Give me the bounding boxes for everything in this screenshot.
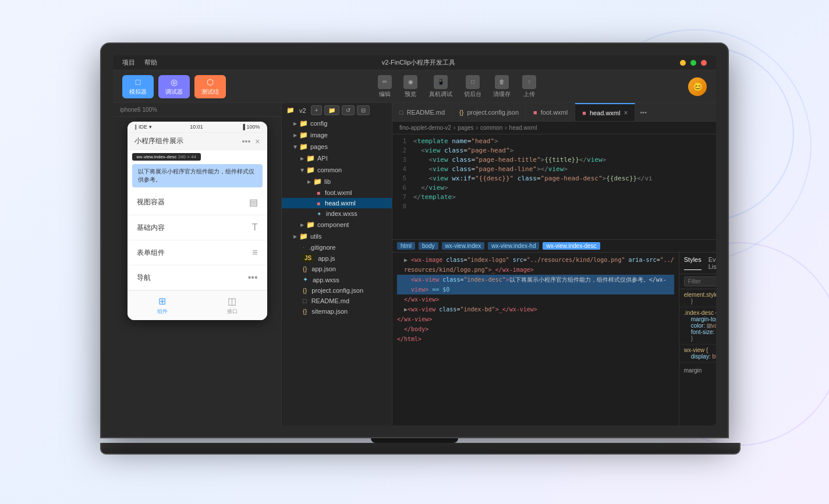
- tab-readme[interactable]: □ README.md: [392, 103, 452, 122]
- file-item-sitemap[interactable]: {} sitemap.json: [282, 306, 392, 317]
- tab-foot-wxml[interactable]: ■ foot.wxml: [526, 103, 575, 122]
- file-item-api[interactable]: ▶ 📁 API: [282, 152, 392, 164]
- upload-tool[interactable]: ↑ 上传: [522, 75, 536, 98]
- item-icon-1: ▤: [249, 197, 258, 208]
- tab-wxml-icon-head: ■: [582, 109, 586, 116]
- file-name-api: API: [317, 155, 328, 162]
- html-line-4: view> == $0: [397, 285, 674, 294]
- new-folder-btn[interactable]: 📁: [324, 105, 339, 115]
- file-item-common[interactable]: ▶ 📁 common: [282, 164, 392, 176]
- item-label-1: 视图容器: [137, 197, 165, 207]
- collapse-btn[interactable]: ⊟: [357, 105, 370, 115]
- file-item-readme[interactable]: □ README.md: [282, 296, 392, 306]
- tab-readme-label: README.md: [407, 109, 445, 116]
- chevron-pages: ▶: [293, 145, 298, 148]
- phone-close-icon[interactable]: ×: [255, 137, 260, 146]
- phone-list-item-1[interactable]: 视图容器 ▤: [127, 190, 267, 215]
- item-icon-3: ≡: [252, 247, 257, 258]
- styles-filter-input[interactable]: [684, 276, 716, 286]
- css-rule-close-desc: }: [684, 335, 716, 342]
- phone-list-item-2[interactable]: 基础内容 T: [127, 215, 267, 240]
- phone-list-item-4[interactable]: 导航 •••: [127, 265, 267, 290]
- file-item-config[interactable]: ▶ 📁 config: [282, 118, 392, 129]
- line-num-3: 3: [392, 156, 413, 164]
- tab-project-config[interactable]: {} project.config.json: [452, 103, 526, 122]
- line-num-7: 7: [392, 193, 413, 201]
- file-name-config: config: [310, 120, 327, 127]
- html-code[interactable]: ▶ <wx-image class="index-logo" src="../r…: [392, 253, 679, 425]
- clear-cache-tool[interactable]: 🗑 清缓存: [493, 75, 511, 98]
- line-num-4: 4: [392, 165, 413, 173]
- line-content-5: <view wx:if="{{desc}}" class="page-head-…: [413, 175, 716, 182]
- file-item-pages[interactable]: ▶ 📁 pages: [282, 141, 392, 152]
- editor-area: □ README.md {} project.config.json ■: [392, 103, 716, 425]
- file-name-utils: utils: [310, 233, 322, 240]
- code-line-1: 1 <template name="head">: [392, 137, 716, 146]
- debugger-button[interactable]: ◎ 调试器: [158, 75, 190, 98]
- phone: ∥ IDE ▾ 10:01 ▐ 100% 小程序组件展示 ••• ×: [127, 122, 267, 320]
- new-file-btn[interactable]: +: [311, 105, 323, 115]
- file-item-index-wxss[interactable]: ✦ index.wxss: [282, 208, 392, 219]
- device-debug-tool[interactable]: 📱 真机调试: [429, 75, 452, 98]
- nav-item-component[interactable]: ⊞ 组件: [127, 291, 197, 320]
- styles-tab-styles[interactable]: Styles: [684, 256, 702, 270]
- file-item-component[interactable]: ▶ 📁 component: [282, 219, 392, 230]
- phone-highlighted-element: 以下将展示小程序官方组件能力，组件样式仅供参考。: [132, 164, 263, 187]
- html-line-7: </wx-view>: [397, 314, 674, 324]
- html-line-6: ▶<wx-view class="index-bd">_</wx-view>: [397, 304, 674, 314]
- file-item-gitignore[interactable]: · .gitignore: [282, 242, 392, 253]
- preview-tool[interactable]: ◉ 预览: [403, 75, 417, 98]
- tab-close-head[interactable]: ×: [623, 109, 628, 117]
- code-line-4: 4 <view class="page-head-line"></view>: [392, 165, 716, 174]
- phone-list-item-3[interactable]: 表单组件 ≡: [127, 240, 267, 265]
- file-item-lib[interactable]: ▶ 📁 lib: [282, 176, 392, 187]
- item-label-4: 导航: [137, 273, 151, 283]
- elem-body[interactable]: body: [419, 242, 438, 250]
- elem-html[interactable]: html: [397, 242, 415, 250]
- refresh-btn[interactable]: ↺: [342, 105, 355, 115]
- elem-wx-view-index-desc[interactable]: wx-view.index-desc: [543, 242, 600, 250]
- background-tool[interactable]: □ 切后台: [464, 75, 481, 98]
- tab-overflow-menu[interactable]: •••: [635, 109, 651, 116]
- maximize-button[interactable]: [690, 60, 696, 66]
- devtools-content: ▶ <wx-image class="index-logo" src="../r…: [392, 253, 716, 425]
- edit-tool[interactable]: ✏ 编辑: [378, 75, 392, 98]
- nav-component-label: 组件: [157, 308, 168, 315]
- menu-item-project[interactable]: 项目: [122, 58, 135, 67]
- breadcrumb-sep-1: ›: [454, 125, 455, 131]
- breadcrumb-part-2: pages: [458, 125, 473, 131]
- elem-wx-view-index[interactable]: wx-view.index: [442, 242, 485, 250]
- file-item-image[interactable]: ▶ 📁 image: [282, 129, 392, 141]
- json-icon-sitemap: {}: [303, 308, 307, 315]
- file-name-common: common: [317, 166, 342, 173]
- nav-item-api[interactable]: ◫ 接口: [197, 291, 267, 320]
- code-editor[interactable]: 1 <template name="head"> 2 <view class="…: [392, 134, 716, 239]
- styles-tab-event-listeners[interactable]: Event Listeners: [708, 256, 716, 270]
- css-prop-font-size: font-size: 14px;: [691, 329, 716, 335]
- file-item-app-js[interactable]: JS app.js: [282, 253, 392, 264]
- menu-item-help[interactable]: 帮助: [144, 58, 157, 67]
- file-name-lib: lib: [324, 178, 331, 185]
- file-item-project-config[interactable]: {} project.config.json: [282, 285, 392, 296]
- simulator-button[interactable]: □ 模拟器: [122, 75, 154, 98]
- css-selector-wx-view: wx-view {: [684, 347, 708, 353]
- elem-wx-view-index-hd[interactable]: wx-view.index-hd: [488, 242, 539, 250]
- file-item-utils[interactable]: ▶ 📁 utils: [282, 230, 392, 242]
- styles-tabs: Styles Event Listeners DOM Breakpoints P…: [679, 253, 716, 274]
- file-item-app-wxss[interactable]: ✦ app.wxss: [282, 274, 392, 285]
- highlighted-text: 以下将展示小程序官方组件能力，组件样式仅供参考。: [138, 168, 257, 184]
- test-button[interactable]: ⬡ 测试结: [194, 75, 226, 98]
- close-button[interactable]: [701, 60, 707, 66]
- minimize-button[interactable]: [680, 60, 686, 66]
- file-item-head-wxml[interactable]: ■ head.wxml: [282, 198, 392, 208]
- phone-more-icon[interactable]: •••: [242, 137, 251, 146]
- tab-head-wxml[interactable]: ■ head.wxml ×: [575, 103, 635, 122]
- user-avatar[interactable]: 😊: [688, 77, 707, 96]
- code-line-5: 5 <view wx:if="{{desc}}" class="page-hea…: [392, 174, 716, 183]
- line-content-1: <template name="head">: [413, 137, 716, 145]
- css-rule-wx-view: wx-view { localfile:/.index.css:2 displa…: [679, 345, 716, 363]
- file-item-app-json[interactable]: {} app.json: [282, 264, 392, 274]
- upload-icon: ↑: [522, 75, 536, 89]
- file-item-foot-wxml[interactable]: ■ foot.wxml: [282, 187, 392, 198]
- html-line-1: ▶ <wx-image class="index-logo" src="../r…: [397, 255, 674, 265]
